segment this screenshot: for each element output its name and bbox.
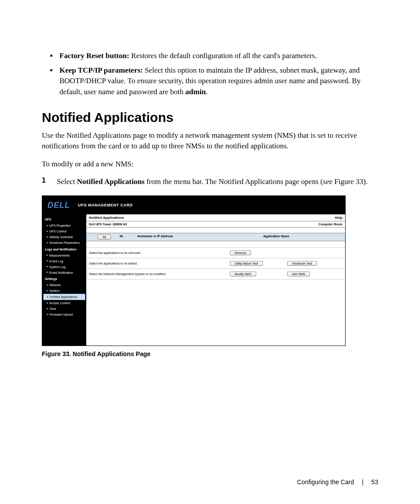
action-label: Select the applications to be removed. <box>89 251 230 254</box>
sidebar-item[interactable]: ▸UPS Control <box>42 228 86 234</box>
action-button[interactable]: Remove <box>230 250 251 255</box>
step-body: Select Notified Applications from the me… <box>57 177 368 188</box>
bullet-label: Factory Reset button: <box>59 52 129 60</box>
step-post: from the menu bar. The Notified Applicat… <box>144 177 368 186</box>
sidebar-group-heading: UPS <box>42 216 86 223</box>
figure-titlebar: DELL UPS MANAGEMENT CARD <box>42 196 345 214</box>
card-title: UPS MANAGEMENT CARD <box>78 203 133 207</box>
sidebar-item-label: Email Notification <box>49 271 73 275</box>
bullet-tail-after: . <box>206 88 207 96</box>
section-heading: Notified Applications <box>42 110 378 125</box>
triangle-right-icon: ▸ <box>47 254 48 257</box>
sidebar-item-label: Time <box>49 307 56 311</box>
triangle-right-icon: ▸ <box>47 271 48 274</box>
bullet-label: Keep TCP/IP parameters: <box>59 66 143 74</box>
sidebar-item-label: Firmware Upload <box>49 313 73 316</box>
sidebar-item-label: Access Control <box>49 301 70 305</box>
action-button[interactable]: Shutdown Test <box>287 261 317 266</box>
device-name: Dell UPS Tower 1000W HV <box>89 223 127 226</box>
action-row: Select the applications to be removed.Re… <box>86 248 345 258</box>
sidebar-item-label: UPS Control <box>49 229 66 233</box>
sidebar-item[interactable]: ▸System Log <box>42 264 86 270</box>
action-row: Select the applications to be tested.Uti… <box>86 258 345 269</box>
step-bold: Notified Applications <box>77 177 145 186</box>
triangle-right-icon: ▸ <box>47 265 48 269</box>
triangle-right-icon: ▸ <box>47 235 48 239</box>
sidebar-item-label: Shutdown Parameters <box>49 241 80 245</box>
action-label: Select the Network-Management-System to … <box>89 272 230 276</box>
action-label: Select the applications to be tested. <box>89 262 230 265</box>
content-subheader-row: Dell UPS Tower 1000W HV Computer Room <box>86 221 345 228</box>
step-1: 1 Select Notified Applications from the … <box>42 177 378 188</box>
sidebar-item-label: Network <box>49 283 61 287</box>
sidebar-group-heading: Settings <box>42 276 86 282</box>
triangle-right-icon: ▸ <box>47 313 48 316</box>
device-location: Computer Room <box>318 223 343 226</box>
sidebar-item-label: Event Log <box>49 259 63 263</box>
select-all-button[interactable]: All <box>98 235 111 239</box>
triangle-right-icon: ▸ <box>47 302 48 305</box>
action-button[interactable]: Add NMS <box>287 272 310 276</box>
col-nr: Nr <box>120 235 137 239</box>
sidebar-group-heading: Logs and Notification <box>42 246 86 253</box>
sidebar-item[interactable]: ▸Firmware Upload <box>42 312 86 317</box>
section-paragraph-2: To modify or add a new NMS: <box>42 159 378 170</box>
triangle-right-icon: ▸ <box>47 295 48 299</box>
sidebar-item[interactable]: ▸Time <box>42 306 86 312</box>
sidebar-item-label: System Log <box>49 265 66 269</box>
content-panel: Notified Applications Help Dell UPS Towe… <box>86 214 345 346</box>
table-header: All Nr Hostname or IP Address Applicatio… <box>86 233 345 241</box>
col-app: Application Name <box>263 235 343 239</box>
intro-bullet-list: Factory Reset button: Restores the defau… <box>42 51 378 98</box>
figure-caption: Figure 33. Notified Applications Page <box>42 350 378 357</box>
sidebar-item-label: Measurements <box>49 254 70 258</box>
action-button[interactable]: Utility failure Test <box>230 261 263 266</box>
col-host: Hostname or IP Address <box>137 235 263 239</box>
triangle-right-icon: ▸ <box>47 307 48 311</box>
sidebar-item[interactable]: ▸Access Control <box>42 300 86 306</box>
sidebar-item-label: System <box>49 289 59 293</box>
sidebar: UPS▸UPS Properties▸UPS Control▸Weekly Sc… <box>42 214 86 346</box>
content-header-row: Notified Applications Help <box>86 214 345 221</box>
triangle-right-icon: ▸ <box>47 230 48 233</box>
footer-separator: | <box>362 478 364 486</box>
sidebar-item-label: Notified Applications <box>50 295 77 299</box>
dell-logo: DELL <box>48 201 70 210</box>
bullet-factory-reset: Factory Reset button: Restores the defau… <box>58 51 378 62</box>
content-title: Notified Applications <box>89 216 124 220</box>
sidebar-item[interactable]: ▸Notified Applications <box>43 294 85 300</box>
bullet-keep-tcpip: Keep TCP/IP parameters: Select this opti… <box>58 65 378 98</box>
bullet-tail-bold: admin <box>185 88 206 96</box>
section-paragraph-1: Use the Notified Applications page to mo… <box>42 130 378 152</box>
sidebar-item-label: UPS Properties <box>49 224 70 228</box>
triangle-right-icon: ▸ <box>47 259 48 263</box>
triangle-right-icon: ▸ <box>47 224 48 228</box>
action-row: Select the Network-Management-System to … <box>86 269 345 280</box>
step-pre: Select <box>57 177 77 186</box>
sidebar-item[interactable]: ▸UPS Properties <box>42 223 86 228</box>
sidebar-item[interactable]: ▸Shutdown Parameters <box>42 240 86 246</box>
sidebar-item[interactable]: ▸Measurements <box>42 253 86 258</box>
bullet-text: Restores the default configuration of al… <box>129 52 317 60</box>
triangle-right-icon: ▸ <box>47 283 48 287</box>
page-footer: Configuring the Card | 53 <box>297 478 378 486</box>
sidebar-item-label: Weekly Schedule <box>49 235 73 239</box>
sidebar-item[interactable]: ▸Network <box>42 282 86 288</box>
sidebar-item[interactable]: ▸Event Log <box>42 258 86 264</box>
action-button[interactable]: Modify NMS <box>230 272 256 276</box>
figure-screenshot: DELL UPS MANAGEMENT CARD UPS▸UPS Propert… <box>42 195 346 346</box>
sidebar-item[interactable]: ▸Weekly Schedule <box>42 234 86 240</box>
triangle-right-icon: ▸ <box>47 241 48 245</box>
sidebar-item[interactable]: ▸System <box>42 288 86 294</box>
sidebar-item[interactable]: ▸Email Notification <box>42 270 86 276</box>
help-link[interactable]: Help <box>335 216 343 220</box>
triangle-right-icon: ▸ <box>47 289 48 293</box>
step-number: 1 <box>42 177 57 188</box>
footer-page-number: 53 <box>371 478 378 486</box>
footer-chapter: Configuring the Card <box>297 478 354 486</box>
